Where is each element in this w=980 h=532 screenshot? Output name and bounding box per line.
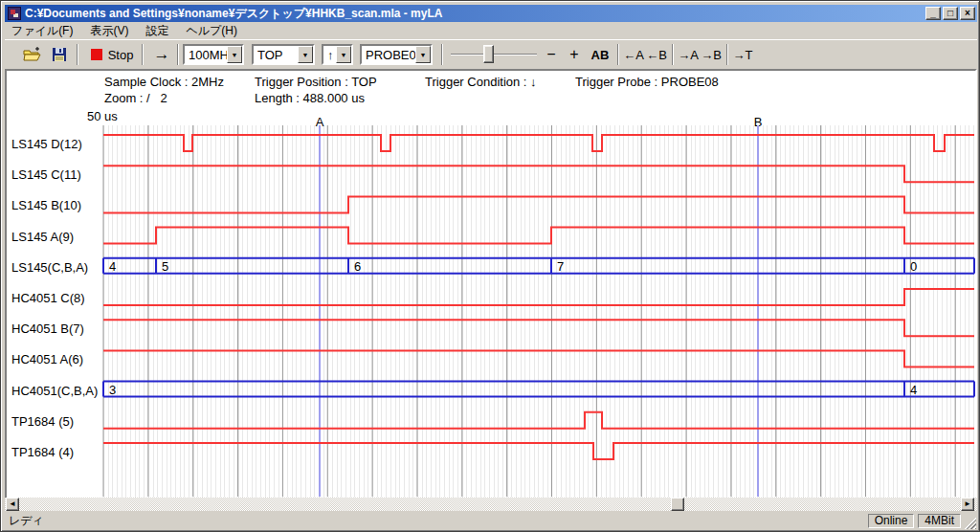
channel-label-5[interactable]: HC4051 C(8): [11, 291, 85, 306]
channel-label-6[interactable]: HC4051 B(7): [11, 321, 84, 337]
menu-item-1[interactable]: 表示(V): [83, 22, 135, 40]
time-scale-label: 50 us: [87, 109, 118, 123]
goto-marker-b-button[interactable]: ←B: [644, 43, 669, 66]
channel-label-10[interactable]: TP1684 (4): [11, 445, 74, 460]
trigger-position-value: TOP: [254, 48, 298, 62]
save-floppy-icon: [52, 47, 67, 62]
sample-clock-value: 100MHz: [185, 48, 227, 62]
sample-clock-combo[interactable]: 100MHz ▼: [183, 44, 244, 65]
trigger-probe-combo[interactable]: PROBE00 ▼: [360, 44, 433, 65]
set-marker-a-button[interactable]: →A: [676, 43, 701, 66]
marker-label-A: A: [313, 115, 326, 129]
toolbar-separator: [441, 44, 443, 65]
stop-label: Stop: [108, 48, 134, 62]
scroll-right-arrow-icon[interactable]: ►: [961, 498, 974, 511]
scrollbar-thumb[interactable]: [671, 498, 684, 511]
zoom-out-button[interactable]: −: [541, 43, 562, 66]
title-bar[interactable]: C:¥Documents and Settings¥noname¥デスクトップ¥…: [5, 5, 977, 22]
run-arrow-icon: →: [154, 45, 170, 64]
save-file-button[interactable]: [47, 43, 72, 66]
toolbar-separator: [617, 44, 619, 65]
chevron-down-icon[interactable]: ▼: [298, 46, 313, 63]
trigger-probe-info: Trigger Probe : PROBE08: [575, 75, 719, 89]
maximize-button[interactable]: □: [943, 7, 958, 20]
toolbar-separator: [77, 44, 78, 65]
zoom-info: Zoom : / 2: [104, 91, 167, 105]
zoom-slider-thumb[interactable]: [483, 45, 494, 63]
channel-label-0[interactable]: LS145 D(12): [11, 137, 82, 152]
menu-item-0[interactable]: ファイル(F): [5, 22, 79, 40]
toolbar-separator: [177, 44, 179, 65]
channel-label-2[interactable]: LS145 B(10): [11, 198, 81, 213]
trigger-edge-value: ↑: [323, 48, 336, 62]
sample-clock-info: Sample Clock : 2MHz: [104, 75, 224, 89]
waveform-grid[interactable]: [103, 125, 975, 498]
zoom-slider-track[interactable]: [451, 54, 537, 55]
stop-button[interactable]: Stop: [85, 43, 139, 66]
menu-item-2[interactable]: 設定: [139, 22, 175, 40]
set-marker-b-button[interactable]: →B: [699, 43, 724, 66]
toolbar-separator: [142, 44, 144, 65]
memory-status-badge: 4MBit: [918, 514, 961, 528]
channel-label-3[interactable]: LS145 A(9): [11, 230, 74, 245]
trigger-position-combo[interactable]: TOP ▼: [252, 44, 315, 65]
scroll-left-arrow-icon[interactable]: ◄: [6, 498, 19, 511]
status-bar: レディ Online 4MBit: [5, 513, 977, 529]
channel-label-1[interactable]: LS145 C(11): [11, 167, 81, 183]
toolbar-separator: [672, 44, 674, 65]
status-message: レディ: [5, 513, 868, 529]
open-file-button[interactable]: [20, 43, 45, 66]
channel-label-9[interactable]: TP1684 (5): [11, 414, 74, 430]
toolbar: Stop → 100MHz ▼ TOP ▼ ↑ ▼ PROBE00 ▼ − + …: [5, 39, 977, 68]
channel-label-7[interactable]: HC4051 A(6): [11, 352, 83, 367]
stop-square-icon: [91, 49, 102, 60]
goto-trigger-button[interactable]: →T: [730, 43, 755, 66]
trigger-condition-info: Trigger Condition : ↓: [425, 75, 537, 89]
app-icon: [8, 7, 21, 20]
window-title: C:¥Documents and Settings¥noname¥デスクトップ¥…: [25, 6, 922, 22]
app-window: C:¥Documents and Settings¥noname¥デスクトップ¥…: [0, 0, 980, 532]
chevron-down-icon[interactable]: ▼: [415, 46, 431, 63]
marker-label-B: B: [751, 115, 765, 129]
trigger-probe-value: PROBE00: [362, 48, 415, 62]
open-folder-icon: [23, 47, 42, 62]
menu-item-3[interactable]: ヘルプ(H): [179, 22, 244, 40]
minimize-button[interactable]: _: [925, 7, 941, 20]
menu-bar: ファイル(F)表示(V)設定ヘルプ(H): [5, 23, 977, 39]
horizontal-scrollbar[interactable]: ◄ ►: [5, 498, 977, 511]
resize-grip[interactable]: [965, 518, 976, 529]
chevron-down-icon[interactable]: ▼: [227, 46, 242, 63]
run-button[interactable]: →: [148, 43, 175, 66]
goto-marker-a-button[interactable]: ←A: [621, 43, 646, 66]
trigger-edge-combo[interactable]: ↑ ▼: [322, 44, 353, 65]
ab-range-button[interactable]: AB: [587, 43, 613, 66]
channel-label-4[interactable]: LS145(C,B,A): [11, 260, 88, 276]
length-info: Length : 488.000 us: [255, 91, 365, 105]
channel-label-8[interactable]: HC4051(C,B,A): [11, 384, 98, 399]
online-status-badge: Online: [868, 514, 915, 528]
chevron-down-icon[interactable]: ▼: [336, 46, 351, 63]
zoom-in-button[interactable]: +: [564, 43, 585, 66]
toolbar-separator: [726, 44, 728, 65]
trigger-position-info: Trigger Position : TOP: [255, 75, 377, 89]
close-button[interactable]: ×: [960, 7, 975, 20]
